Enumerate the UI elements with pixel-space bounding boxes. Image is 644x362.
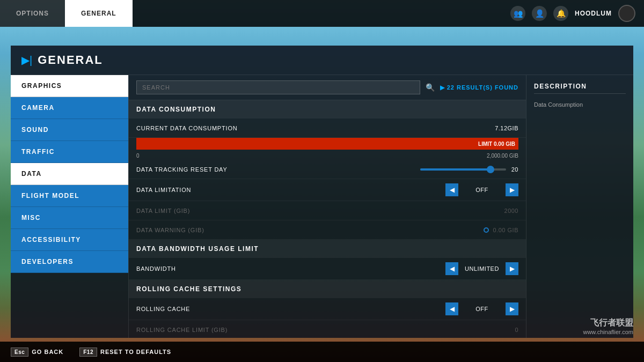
settings-list: DATA CONSUMPTION CURRENT DATA CONSUMPTIO…: [129, 100, 526, 338]
options-label: OPTIONS: [16, 10, 49, 17]
consumption-range: 0 2,000.00 GIB: [129, 152, 526, 160]
setting-bandwidth: BANDWIDTH ◀ UNLIMITED ▶: [129, 258, 526, 280]
section-rolling-cache: ROLLING CACHE SETTINGS: [129, 280, 526, 298]
setting-data-limit: DATA LIMIT (GIB) 2000: [129, 201, 526, 220]
go-back-label: GO BACK: [32, 349, 63, 355]
description-panel: DESCRIPTION Data Consumption: [526, 75, 633, 338]
limitation-left-arrow[interactable]: ◀: [445, 183, 458, 196]
bandwidth-toggle[interactable]: ◀ UNLIMITED ▶: [445, 262, 518, 275]
search-input[interactable]: [136, 80, 420, 94]
rolling-cache-toggle[interactable]: ◀ OFF ▶: [445, 302, 518, 315]
sidebar-item-developers[interactable]: DEVELOPERS: [11, 251, 128, 273]
sidebar-item-misc[interactable]: MISC: [11, 207, 128, 229]
limitation-toggle[interactable]: ◀ OFF ▶: [445, 183, 518, 196]
description-text: Data Consumption: [534, 100, 626, 109]
esc-key-label: Esc: [11, 348, 28, 357]
top-bar-right: 👥 👤 🔔 HOODLUM: [510, 5, 644, 22]
notification-icon[interactable]: 🔔: [553, 6, 568, 21]
top-bar: OPTIONS GENERAL 👥 👤 🔔 HOODLUM: [0, 0, 644, 27]
go-back-key[interactable]: Esc GO BACK: [11, 348, 63, 357]
search-bar: 🔍 ▶ 22 RESULT(S) FOUND: [129, 75, 526, 100]
description-title: DESCRIPTION: [534, 83, 626, 94]
bandwidth-left-arrow[interactable]: ◀: [445, 262, 458, 275]
username: HOODLUM: [575, 10, 612, 17]
sidebar-item-flight-model[interactable]: FLIGHT MODEL: [11, 185, 128, 207]
group-icon[interactable]: 👥: [510, 6, 525, 21]
panel-arrow: ▶|: [21, 54, 32, 67]
center-content: 🔍 ▶ 22 RESULT(S) FOUND DATA CONSUMPTION …: [129, 75, 526, 338]
sidebar: GRAPHICS CAMERA SOUND TRAFFIC DATA FLIGH…: [11, 75, 129, 338]
setting-rolling-cache: ROLLING CACHE ◀ OFF ▶: [129, 298, 526, 320]
results-found: ▶ 22 RESULT(S) FOUND: [440, 84, 518, 91]
sidebar-item-traffic[interactable]: TRAFFIC: [11, 141, 128, 163]
bottom-bar: Esc GO BACK F12 RESET TO DEFAULTS: [0, 342, 644, 362]
reset-label: RESET TO DEFAULTS: [100, 349, 171, 355]
search-icon: 🔍: [426, 83, 435, 92]
reset-day-slider[interactable]: [420, 168, 506, 171]
sidebar-item-graphics[interactable]: GRAPHICS: [11, 75, 128, 97]
setting-data-warning: DATA WARNING (GIB) 0.00 GIB: [129, 220, 526, 240]
setting-limitation: DATA LIMITATION ◀ OFF ▶: [129, 179, 526, 201]
f12-key-label: F12: [79, 348, 97, 357]
limitation-right-arrow[interactable]: ▶: [506, 183, 518, 196]
slider-track: [420, 168, 506, 171]
setting-current-data: CURRENT DATA CONSUMPTION 7.12GIB: [129, 119, 526, 138]
general-tab[interactable]: GENERAL: [65, 0, 133, 27]
consumption-bar-container: LIMIT 0.00 GIB: [129, 138, 526, 152]
reset-key[interactable]: F12 RESET TO DEFAULTS: [79, 348, 171, 357]
profile-icon[interactable]: 👤: [532, 6, 547, 21]
setting-reset-day: DATA TRACKING RESET DAY 20: [129, 160, 526, 179]
sidebar-item-camera[interactable]: CAMERA: [11, 97, 128, 119]
slider-thumb: [487, 166, 494, 173]
slider-fill: [420, 168, 491, 171]
bandwidth-right-arrow[interactable]: ▶: [506, 262, 518, 275]
sidebar-item-accessibility[interactable]: ACCESSIBILITY: [11, 229, 128, 251]
rolling-cache-right-arrow[interactable]: ▶: [506, 302, 518, 315]
rolling-cache-left-arrow[interactable]: ◀: [445, 302, 458, 315]
sidebar-item-sound[interactable]: SOUND: [11, 119, 128, 141]
panel-body: GRAPHICS CAMERA SOUND TRAFFIC DATA FLIGH…: [11, 75, 633, 338]
consumption-bar: LIMIT 0.00 GIB: [136, 138, 518, 150]
warning-dot: [484, 227, 489, 233]
page-title: GENERAL: [38, 53, 103, 67]
general-label: GENERAL: [81, 10, 116, 17]
panel-header: ▶| GENERAL: [11, 46, 633, 75]
setting-rolling-cache-limit: ROLLING CACHE LIMIT (GIB) 0: [129, 320, 526, 338]
sidebar-item-data[interactable]: DATA: [11, 163, 128, 185]
main-panel: ▶| GENERAL GRAPHICS CAMERA SOUND TRAFFIC…: [11, 46, 633, 338]
section-data-consumption: DATA CONSUMPTION: [129, 100, 526, 119]
options-tab[interactable]: OPTIONS: [0, 0, 65, 27]
section-bandwidth: DATA BANDWIDTH USAGE LIMIT: [129, 240, 526, 258]
avatar: [618, 5, 635, 22]
